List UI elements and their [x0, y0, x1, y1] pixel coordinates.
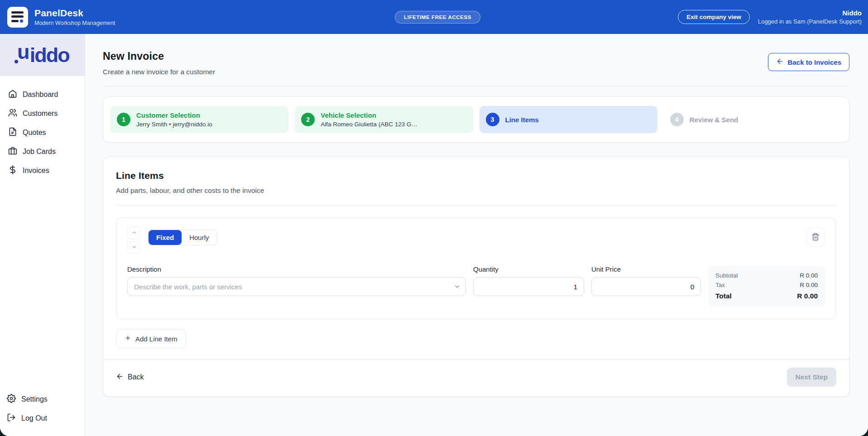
logout-icon	[7, 413, 16, 424]
rate-type-fixed-option[interactable]: Fixed	[149, 230, 182, 245]
niddo-logo-text: niddo	[15, 45, 69, 65]
lifetime-access-badge: LIFETIME FREE ACCESS	[395, 11, 480, 24]
gear-icon	[7, 394, 16, 405]
paneldesk-logo-icon	[7, 7, 28, 28]
step-vehicle-selection[interactable]: 2 Vehicle Selection Alfa Romeo Giulietta…	[295, 106, 473, 133]
page-header: New Invoice Create a new invoice for a c…	[103, 48, 849, 76]
sidebar-item-settings[interactable]: Settings	[0, 390, 85, 409]
unit-price-input[interactable]	[591, 277, 701, 296]
sidebar-nav: Dashboard Customers Quotes Job Cards Inv…	[0, 76, 85, 180]
description-combobox	[127, 277, 466, 296]
unit-price-field: Unit Price	[591, 265, 701, 296]
page-title: New Invoice	[103, 50, 215, 62]
add-line-item-label: Add Line Item	[135, 335, 177, 343]
quantity-label: Quantity	[473, 265, 584, 273]
sidebar-item-quotes[interactable]: Quotes	[0, 123, 85, 142]
back-button[interactable]: Back	[116, 373, 144, 382]
niddo-logo: niddo	[0, 34, 85, 76]
sidebar-item-dashboard[interactable]: Dashboard	[0, 85, 85, 104]
chevron-down-icon	[131, 244, 137, 251]
description-label: Description	[127, 265, 466, 273]
line-item-toolbar: Fixed Hourly	[127, 227, 825, 254]
step-text: Vehicle Selection Alfa Romeo Giulietta (…	[321, 111, 417, 128]
chevron-down-icon[interactable]	[454, 283, 460, 290]
brand: PanelDesk Modern Workshop Management	[7, 7, 197, 28]
description-input[interactable]	[127, 277, 466, 296]
niddo-logo-n: n	[18, 45, 30, 65]
step-number-badge: 4	[670, 113, 684, 126]
app-subtitle: Modern Workshop Management	[34, 20, 115, 26]
quantity-input[interactable]	[473, 277, 584, 296]
total-label: Total	[715, 292, 732, 300]
plus-icon	[125, 335, 131, 343]
topbar: PanelDesk Modern Workshop Management LIF…	[0, 0, 868, 34]
users-icon	[8, 108, 17, 119]
step-text: Review & Send	[690, 116, 739, 124]
step-title: Customer Selection	[136, 111, 212, 119]
step-title: Review & Send	[690, 116, 739, 124]
sidebar-item-label: Settings	[21, 395, 48, 403]
rate-type-hourly-option[interactable]: Hourly	[182, 230, 216, 245]
unit-price-label: Unit Price	[591, 265, 701, 273]
description-field: Description	[127, 265, 466, 296]
step-line-items[interactable]: 3 Line Items	[480, 106, 657, 133]
card-title: Line Items	[116, 170, 836, 181]
exit-company-view-button[interactable]: Exit company view	[678, 10, 750, 24]
sidebar-item-invoices[interactable]: Invoices	[0, 161, 85, 180]
sidebar-item-label: Customers	[23, 110, 58, 118]
total-value: R 0.00	[797, 292, 818, 300]
company-name: Niddo	[758, 9, 862, 17]
add-line-item-button[interactable]: Add Line Item	[116, 329, 186, 348]
main-content: New Invoice Create a new invoice for a c…	[85, 34, 868, 436]
sidebar-item-label: Quotes	[23, 129, 46, 137]
dollar-icon	[8, 165, 17, 176]
reorder-controls	[127, 227, 141, 254]
subtotal-label: Subtotal	[715, 272, 738, 279]
line-totals: Subtotal R 0.00 Tax R 0.00 Total R 0.00	[708, 266, 825, 307]
arrow-left-icon	[116, 373, 124, 382]
total-row: Total R 0.00	[715, 290, 818, 302]
step-number-badge: 1	[117, 113, 130, 126]
sidebar-item-job-cards[interactable]: Job Cards	[0, 142, 85, 161]
next-step-button[interactable]: Next Step	[787, 368, 837, 387]
document-icon	[8, 127, 17, 138]
line-item-row: Fixed Hourly Description	[116, 217, 836, 319]
step-title: Line Items	[505, 116, 539, 124]
topbar-right: Exit company view Niddo Logged in as Sam…	[678, 9, 862, 25]
briefcase-icon	[8, 146, 17, 157]
step-number-badge: 3	[486, 113, 499, 126]
sidebar: niddo Dashboard Customers Quotes Job Ca	[0, 34, 85, 436]
sidebar-item-label: Invoices	[23, 167, 49, 175]
chevron-up-icon	[131, 230, 137, 237]
move-down-button[interactable]	[127, 241, 141, 254]
line-items-card: Line Items Add parts, labour, and other …	[103, 156, 849, 397]
quantity-field: Quantity	[473, 265, 584, 296]
step-text: Customer Selection Jerry Smith • jerry@n…	[136, 111, 212, 128]
step-title: Vehicle Selection	[321, 111, 417, 119]
sidebar-item-customers[interactable]: Customers	[0, 104, 85, 123]
header-divider	[103, 86, 849, 86]
back-to-invoices-button[interactable]: Back to Invoices	[768, 53, 849, 71]
logo-bar	[11, 20, 19, 22]
niddo-logo-rest: iddo	[30, 43, 69, 67]
subtotal-value: R 0.00	[800, 272, 818, 279]
logo-dot	[20, 19, 23, 23]
page-header-text: New Invoice Create a new invoice for a c…	[103, 48, 215, 76]
logo-bar-row	[11, 19, 23, 23]
sidebar-item-logout[interactable]: Log Out	[0, 409, 85, 428]
step-review-send: 4 Review & Send	[664, 106, 842, 133]
sidebar-item-label: Job Cards	[23, 148, 56, 156]
sidebar-footer: Settings Log Out	[0, 390, 85, 436]
trash-icon	[811, 233, 820, 242]
back-label: Back	[128, 373, 144, 381]
tax-row: Tax R 0.00	[715, 280, 818, 290]
steps-card: 1 Customer Selection Jerry Smith • jerry…	[103, 96, 849, 143]
back-to-invoices-label: Back to Invoices	[788, 58, 841, 66]
step-subtitle: Jerry Smith • jerry@niddo.io	[136, 121, 212, 128]
move-up-button[interactable]	[127, 227, 141, 239]
step-customer-selection[interactable]: 1 Customer Selection Jerry Smith • jerry…	[110, 106, 288, 133]
topbar-center: LIFETIME FREE ACCESS	[197, 11, 678, 24]
tax-value: R 0.00	[800, 282, 818, 288]
tax-label: Tax	[715, 282, 725, 288]
delete-line-item-button[interactable]	[806, 228, 825, 247]
